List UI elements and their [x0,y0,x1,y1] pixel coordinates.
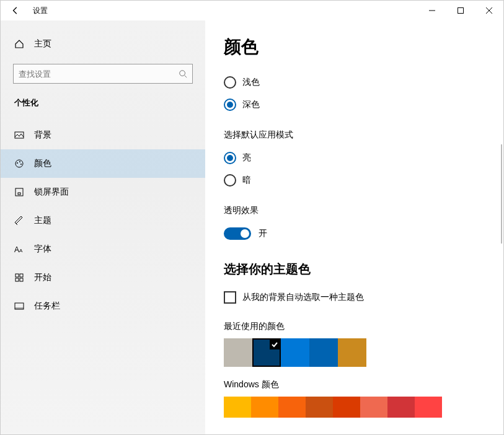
sidebar-home[interactable]: 主页 [1,32,205,56]
sidebar-item-label: 背景 [34,130,51,141]
close-button[interactable] [475,1,503,20]
radio-windows-mode-dark[interactable]: 深色 [224,94,479,116]
radio-label: 深色 [242,99,260,110]
svg-rect-12 [20,274,23,277]
home-icon [14,39,24,49]
svg-point-3 [15,160,23,167]
svg-point-5 [19,161,20,162]
search-input[interactable] [19,69,179,79]
close-icon [486,7,492,14]
back-button[interactable] [1,1,30,20]
radio-icon [224,99,236,111]
radio-label: 暗 [242,175,251,186]
radio-icon [224,76,236,89]
svg-text:A: A [14,245,19,254]
color-swatch[interactable] [224,397,251,418]
content-panel: 颜色 浅色 深色 选择默认应用模式 亮 暗 透明效果 开 [205,20,503,434]
checkmark-icon [270,340,280,349]
recent-colors-row [224,338,479,367]
color-swatch[interactable] [360,397,387,418]
scrollbar[interactable] [501,144,502,244]
sidebar-item-lockscreen[interactable]: 锁屏界面 [1,178,205,206]
svg-point-4 [17,162,18,164]
windows-colors-label: Windows 颜色 [224,379,479,390]
svg-text:A: A [19,248,23,253]
recent-colors-label: 最近使用的颜色 [224,321,479,332]
color-swatch[interactable] [338,338,366,367]
sidebar-home-label: 主页 [34,38,51,50]
transparency-toggle-row: 开 [224,222,479,245]
radio-label: 浅色 [242,77,260,88]
auto-pick-checkbox-row[interactable]: 从我的背景自动选取一种主题色 [224,286,479,309]
radio-app-mode-light[interactable]: 亮 [224,147,479,169]
app-mode-label: 选择默认应用模式 [224,130,479,141]
sidebar-item-fonts[interactable]: AA 字体 [1,235,205,263]
minimize-icon [429,7,435,14]
picture-icon [14,130,24,140]
svg-rect-8 [18,193,20,195]
lockscreen-icon [14,187,24,197]
color-swatch[interactable] [415,397,442,418]
start-icon [14,273,24,283]
transparency-label: 透明效果 [224,205,479,216]
accent-heading: 选择你的主题色 [224,261,479,278]
sidebar-item-colors[interactable]: 颜色 [1,149,205,178]
color-swatch[interactable] [252,338,281,367]
palette-icon [14,159,24,169]
color-swatch[interactable] [309,338,338,367]
radio-windows-mode-light[interactable]: 浅色 [224,71,479,94]
color-swatch[interactable] [306,397,333,418]
svg-rect-16 [15,307,24,309]
transparency-toggle[interactable] [224,227,251,240]
sidebar-item-start[interactable]: 开始 [1,263,205,292]
sidebar-item-background[interactable]: 背景 [1,121,205,149]
svg-point-1 [180,71,185,76]
arrow-left-icon [11,6,20,15]
windows-colors-row [224,397,479,418]
sidebar-item-label: 字体 [34,244,51,255]
sidebar-item-label: 主题 [34,215,51,226]
font-icon: AA [14,244,24,254]
taskbar-icon [14,301,24,311]
color-swatch[interactable] [281,338,309,367]
svg-rect-0 [458,8,464,14]
color-swatch[interactable] [278,397,306,418]
svg-rect-13 [15,278,19,281]
search-box[interactable] [13,64,193,84]
minimize-button[interactable] [418,1,446,20]
page-title: 颜色 [224,35,479,59]
radio-label: 亮 [242,152,251,164]
color-swatch[interactable] [333,397,360,418]
toggle-state-label: 开 [259,228,267,239]
svg-rect-11 [15,274,19,277]
window-title: 设置 [30,6,48,16]
sidebar-item-label: 任务栏 [34,301,60,312]
svg-rect-14 [20,278,23,281]
sidebar-section-label: 个性化 [1,84,205,113]
maximize-icon [458,7,464,14]
svg-point-6 [20,164,22,165]
checkbox-label: 从我的背景自动选取一种主题色 [242,292,364,303]
sidebar-item-themes[interactable]: 主题 [1,206,205,235]
sidebar-nav: 背景 颜色 锁屏界面 主题 AA 字体 [1,121,205,320]
checkbox-icon [224,291,236,304]
sidebar-item-taskbar[interactable]: 任务栏 [1,292,205,320]
maximize-button[interactable] [446,1,475,20]
color-swatch[interactable] [224,338,252,367]
sidebar-item-label: 颜色 [34,158,51,169]
radio-app-mode-dark[interactable]: 暗 [224,169,479,191]
color-swatch[interactable] [387,397,415,418]
titlebar: 设置 [1,1,503,20]
color-swatch[interactable] [251,397,278,418]
brush-icon [14,216,24,226]
sidebar-item-label: 锁屏界面 [34,187,69,198]
search-icon [179,69,187,78]
sidebar: 主页 个性化 背景 颜色 锁屏界面 [1,20,205,434]
radio-icon [224,174,236,187]
radio-icon [224,152,236,164]
sidebar-item-label: 开始 [34,272,51,283]
